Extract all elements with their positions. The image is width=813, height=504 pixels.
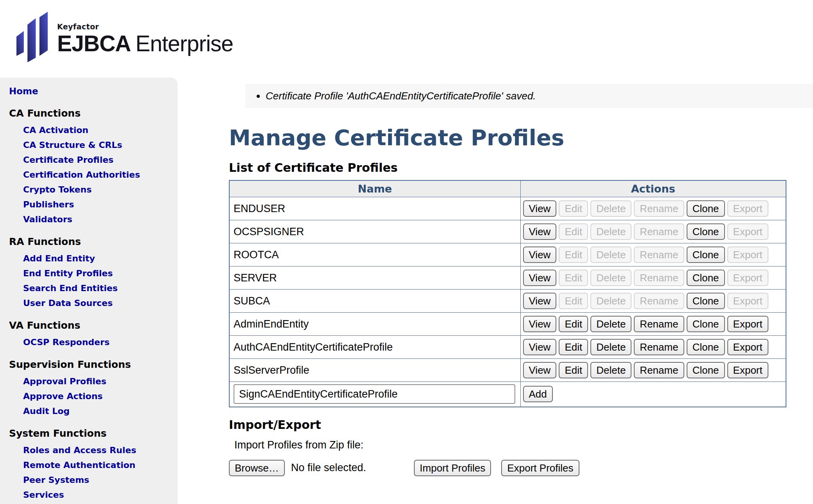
delete-button[interactable]: Delete: [590, 316, 631, 332]
sidebar-item-services[interactable]: Services: [23, 488, 178, 502]
edit-button[interactable]: Edit: [559, 200, 588, 217]
edit-button[interactable]: Edit: [559, 316, 588, 332]
sidebar-item-crypto-tokens[interactable]: Crypto Tokens: [23, 182, 178, 197]
export-button[interactable]: Export: [727, 200, 768, 217]
view-button[interactable]: View: [523, 316, 557, 332]
clone-button[interactable]: Clone: [687, 223, 725, 240]
add-profile-actions-cell: Add: [520, 382, 786, 407]
sidebar-item-end-entity-profiles[interactable]: End Entity Profiles: [23, 266, 178, 281]
profile-row-server: SERVERViewEditDeleteRenameCloneExport: [229, 266, 786, 290]
rename-button[interactable]: Rename: [634, 339, 684, 355]
profile-row-enduser: ENDUSERViewEditDeleteRenameCloneExport: [229, 197, 786, 220]
sidebar-item-peer-systems[interactable]: Peer Systems: [23, 473, 178, 488]
view-button[interactable]: View: [523, 362, 557, 378]
clone-button[interactable]: Clone: [687, 293, 725, 309]
brand-product-edition: Enterprise: [135, 31, 233, 56]
edit-button[interactable]: Edit: [559, 362, 588, 378]
export-button[interactable]: Export: [727, 270, 768, 286]
sidebar-item-certification-authorities[interactable]: Certification Authorities: [23, 167, 178, 182]
rename-button[interactable]: Rename: [634, 270, 684, 286]
export-button[interactable]: Export: [727, 339, 768, 355]
sidebar-item-ocsp-responders[interactable]: OCSP Responders: [23, 335, 178, 350]
sidebar-item-ca-structure-crls[interactable]: CA Structure & CRLs: [23, 138, 178, 153]
sidebar-item-roles-and-access-rules[interactable]: Roles and Access Rules: [23, 443, 178, 458]
sidebar-item-add-end-entity[interactable]: Add End Entity: [23, 251, 178, 266]
rename-button[interactable]: Rename: [634, 223, 684, 240]
delete-button[interactable]: Delete: [590, 362, 631, 378]
brand-company: Keyfactor: [57, 22, 233, 31]
clone-button[interactable]: Clone: [687, 339, 725, 355]
sidebar-item-certificate-profiles[interactable]: Certificate Profiles: [23, 153, 178, 167]
profile-actions: ViewEditDeleteRenameCloneExport: [520, 336, 786, 359]
sidebar-item-approve-actions[interactable]: Approve Actions: [23, 389, 178, 404]
view-button[interactable]: View: [523, 339, 557, 355]
export-button[interactable]: Export: [727, 362, 768, 378]
file-status-text: No file selected.: [291, 462, 366, 474]
delete-button[interactable]: Delete: [590, 247, 631, 263]
profile-name: AdminEndEntity: [229, 313, 520, 336]
profile-row-rootca: ROOTCAViewEditDeleteRenameCloneExport: [229, 243, 786, 266]
new-profile-name-input[interactable]: [234, 384, 515, 404]
edit-button[interactable]: Edit: [559, 293, 588, 309]
delete-button[interactable]: Delete: [590, 200, 631, 217]
sidebar-item-home[interactable]: Home: [9, 84, 178, 99]
profile-name: SslServerProfile: [229, 359, 520, 382]
export-button[interactable]: Export: [727, 316, 768, 332]
rename-button[interactable]: Rename: [634, 247, 684, 263]
profile-name: ENDUSER: [229, 197, 520, 220]
rename-button[interactable]: Rename: [634, 362, 684, 378]
clone-button[interactable]: Clone: [687, 362, 725, 378]
delete-button[interactable]: Delete: [590, 270, 631, 286]
sidebar-item-validators[interactable]: Validators: [23, 212, 178, 227]
add-profile-row: Add: [229, 382, 786, 407]
clone-button[interactable]: Clone: [687, 247, 725, 263]
sidebar-item-approval-profiles[interactable]: Approval Profiles: [23, 374, 178, 389]
sidebar-item-publishers[interactable]: Publishers: [23, 197, 178, 212]
profile-name: SUBCA: [229, 290, 520, 313]
profile-actions: ViewEditDeleteRenameCloneExport: [520, 266, 786, 290]
profiles-table-body: ENDUSERViewEditDeleteRenameCloneExportOC…: [229, 197, 786, 382]
profile-actions: ViewEditDeleteRenameCloneExport: [520, 197, 786, 220]
view-button[interactable]: View: [523, 223, 557, 240]
ejbca-admin-page: Keyfactor EJBCAEnterprise Home CA Functi…: [0, 0, 813, 504]
export-button[interactable]: Export: [727, 247, 768, 263]
edit-button[interactable]: Edit: [559, 270, 588, 286]
delete-button[interactable]: Delete: [590, 293, 631, 309]
add-button[interactable]: Add: [523, 386, 553, 402]
delete-button[interactable]: Delete: [590, 223, 631, 240]
profile-actions: ViewEditDeleteRenameCloneExport: [520, 290, 786, 313]
sidebar-item-ca-activation[interactable]: CA Activation: [23, 123, 178, 138]
view-button[interactable]: View: [523, 247, 557, 263]
brand-header: Keyfactor EJBCAEnterprise: [0, 0, 813, 77]
export-button[interactable]: Export: [727, 223, 768, 240]
edit-button[interactable]: Edit: [559, 223, 588, 240]
sidebar-item-audit-log[interactable]: Audit Log: [23, 404, 178, 419]
browse-button[interactable]: Browse…: [229, 460, 285, 476]
profile-actions: ViewEditDeleteRenameCloneExport: [520, 313, 786, 336]
clone-button[interactable]: Clone: [687, 316, 725, 332]
sidebar-item-remote-authentication[interactable]: Remote Authentication: [23, 458, 178, 473]
profile-actions: ViewEditDeleteRenameCloneExport: [520, 359, 786, 382]
export-button[interactable]: Export: [727, 293, 768, 309]
delete-button[interactable]: Delete: [590, 339, 631, 355]
certificate-profiles-table: Name Actions ENDUSERViewEditDeleteRename…: [229, 180, 786, 407]
view-button[interactable]: View: [523, 270, 557, 286]
sidebar-item-search-end-entities[interactable]: Search End Entities: [23, 281, 178, 296]
rename-button[interactable]: Rename: [634, 200, 684, 217]
clone-button[interactable]: Clone: [687, 200, 725, 217]
profile-name: AuthCAEndEntityCertificateProfile: [229, 336, 520, 359]
rename-button[interactable]: Rename: [634, 316, 684, 332]
view-button[interactable]: View: [523, 293, 557, 309]
clone-button[interactable]: Clone: [687, 270, 725, 286]
profile-row-ocspsigner: OCSPSIGNERViewEditDeleteRenameCloneExpor…: [229, 220, 786, 243]
export-profiles-button[interactable]: Export Profiles: [501, 460, 579, 476]
sidebar: Home CA FunctionsCA ActivationCA Structu…: [0, 77, 178, 504]
edit-button[interactable]: Edit: [559, 247, 588, 263]
import-profiles-button[interactable]: Import Profiles: [414, 460, 491, 476]
column-header-actions: Actions: [520, 180, 786, 197]
sidebar-item-user-data-sources[interactable]: User Data Sources: [23, 296, 178, 311]
view-button[interactable]: View: [523, 200, 557, 217]
edit-button[interactable]: Edit: [559, 339, 588, 355]
rename-button[interactable]: Rename: [634, 293, 684, 309]
keyfactor-logo-icon: [16, 12, 48, 66]
